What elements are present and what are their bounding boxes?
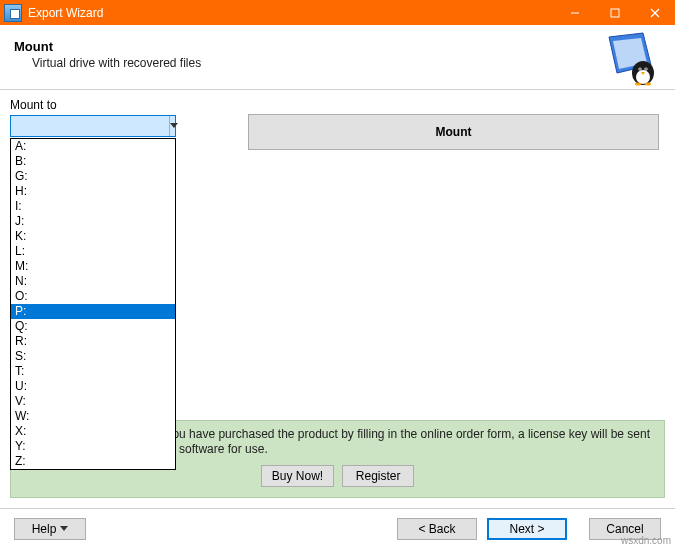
mount-to-label: Mount to: [10, 98, 659, 112]
app-icon: [4, 4, 22, 22]
back-label: < Back: [418, 522, 455, 536]
svg-line-3: [651, 9, 659, 17]
svg-marker-15: [170, 123, 178, 128]
drive-option[interactable]: P:: [11, 304, 175, 319]
help-button[interactable]: Help: [14, 518, 86, 540]
titlebar: Export Wizard: [0, 0, 675, 25]
drive-option[interactable]: O:: [11, 289, 175, 304]
register-button[interactable]: Register: [342, 465, 414, 487]
mount-button[interactable]: Mount: [248, 114, 659, 150]
drive-option[interactable]: I:: [11, 199, 175, 214]
register-label: Register: [356, 469, 401, 483]
mount-to-combobox[interactable]: [10, 115, 176, 137]
maximize-button[interactable]: [595, 0, 635, 25]
svg-rect-1: [611, 9, 619, 17]
drive-option[interactable]: X:: [11, 424, 175, 439]
buy-now-button[interactable]: Buy Now!: [261, 465, 334, 487]
chevron-down-icon[interactable]: [169, 116, 178, 136]
window-title: Export Wizard: [28, 6, 555, 20]
close-button[interactable]: [635, 0, 675, 25]
next-button[interactable]: Next >: [487, 518, 567, 540]
minimize-button[interactable]: [555, 0, 595, 25]
mount-to-dropdown-list[interactable]: A:B:G:H:I:J:K:L:M:N:O:P:Q:R:S:T:U:V:W:X:…: [10, 138, 176, 470]
footer: Help < Back Next > Cancel: [0, 508, 675, 548]
drive-option[interactable]: S:: [11, 349, 175, 364]
page-header: Mount Virtual drive with recovered files: [0, 25, 675, 89]
drive-option[interactable]: K:: [11, 229, 175, 244]
svg-marker-16: [60, 526, 68, 531]
svg-point-13: [635, 83, 641, 86]
cancel-label: Cancel: [606, 522, 643, 536]
svg-line-2: [651, 9, 659, 17]
mount-to-input[interactable]: [11, 116, 169, 136]
content-area: Mount to Mount A:B:G:H:I:J:K:L:M:N:O:P:Q…: [0, 90, 675, 137]
drive-option[interactable]: G:: [11, 169, 175, 184]
drive-option[interactable]: J:: [11, 214, 175, 229]
back-button[interactable]: < Back: [397, 518, 477, 540]
drive-option[interactable]: V:: [11, 394, 175, 409]
buy-now-label: Buy Now!: [272, 469, 323, 483]
drive-option[interactable]: A:: [11, 139, 175, 154]
help-label: Help: [32, 522, 57, 536]
drive-option[interactable]: L:: [11, 244, 175, 259]
drive-option[interactable]: T:: [11, 364, 175, 379]
svg-point-11: [645, 68, 647, 70]
chevron-down-icon: [60, 526, 68, 532]
watermark: wsxdn.com: [621, 535, 671, 546]
drive-option[interactable]: Y:: [11, 439, 175, 454]
drive-option[interactable]: M:: [11, 259, 175, 274]
drive-option[interactable]: N:: [11, 274, 175, 289]
drive-option[interactable]: Q:: [11, 319, 175, 334]
drive-option[interactable]: Z:: [11, 454, 175, 469]
next-label: Next >: [509, 522, 544, 536]
svg-point-10: [639, 68, 641, 70]
drive-option[interactable]: H:: [11, 184, 175, 199]
drive-option[interactable]: B:: [11, 154, 175, 169]
drive-option[interactable]: U:: [11, 379, 175, 394]
wizard-penguin-icon: [601, 31, 657, 87]
drive-option[interactable]: W:: [11, 409, 175, 424]
drive-option[interactable]: R:: [11, 334, 175, 349]
svg-point-14: [645, 83, 651, 86]
page-subtitle: Virtual drive with recovered files: [32, 56, 655, 70]
page-title: Mount: [14, 39, 655, 54]
mount-button-label: Mount: [436, 125, 472, 139]
